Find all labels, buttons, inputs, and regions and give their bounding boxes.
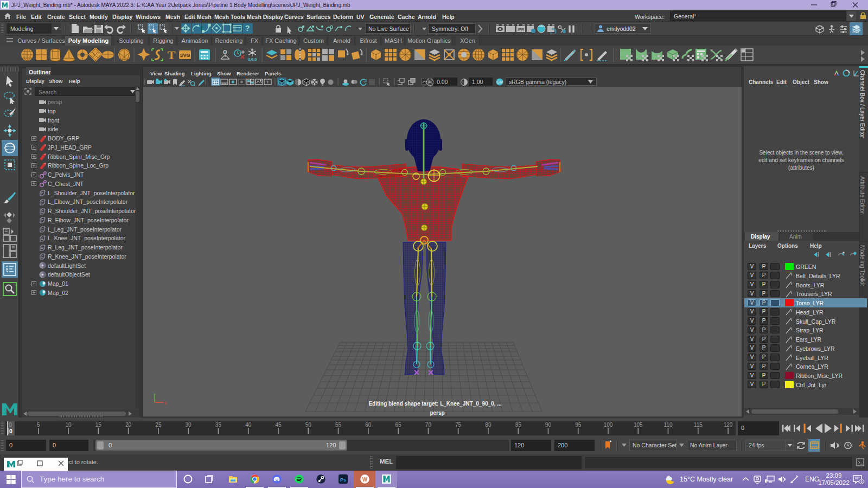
svg-text:?: ?: [245, 24, 250, 33]
svg-text:IPR: IPR: [518, 28, 524, 31]
svg-text:45: 45: [275, 422, 282, 428]
svg-text:75: 75: [455, 422, 462, 428]
svg-text:60: 60: [365, 422, 372, 428]
svg-text:120: 120: [724, 422, 733, 428]
svg-text:35: 35: [215, 422, 222, 428]
svg-text:50: 50: [305, 422, 312, 428]
svg-text:W: W: [362, 477, 368, 483]
svg-text:persp: persp: [430, 410, 444, 416]
svg-text:0: 0: [9, 422, 12, 428]
svg-text:110: 110: [664, 422, 673, 428]
svg-text:5: 5: [37, 422, 40, 428]
svg-text:90: 90: [545, 422, 552, 428]
svg-text:25: 25: [155, 422, 162, 428]
svg-text:85: 85: [515, 422, 522, 428]
svg-text:105: 105: [634, 422, 643, 428]
svg-text:SVG: SVG: [180, 53, 190, 58]
svg-text:Ps: Ps: [340, 477, 346, 483]
svg-text:15: 15: [95, 422, 102, 428]
svg-text:GM: GM: [496, 80, 502, 84]
svg-text:1: 1: [860, 479, 863, 484]
svg-text:T: T: [266, 80, 269, 85]
svg-text:95: 95: [575, 422, 582, 428]
svg-text:100: 100: [604, 422, 613, 428]
svg-text:30: 30: [186, 422, 192, 428]
svg-text:40: 40: [245, 422, 252, 428]
svg-text:x: x: [164, 400, 167, 406]
svg-text:10: 10: [65, 422, 72, 428]
svg-text:65: 65: [395, 422, 402, 428]
svg-text:Editing blend shape target: L_: Editing blend shape target: L_Knee_JNT_0…: [368, 401, 501, 407]
svg-text:115: 115: [694, 422, 703, 428]
svg-text:80: 80: [485, 422, 492, 428]
svg-text:T: T: [168, 48, 176, 62]
svg-text:20: 20: [125, 422, 132, 428]
svg-text:55: 55: [335, 422, 342, 428]
svg-text:0,0,0: 0,0,0: [248, 57, 257, 62]
svg-text:0: 0: [9, 428, 12, 434]
svg-text:70: 70: [425, 422, 432, 428]
